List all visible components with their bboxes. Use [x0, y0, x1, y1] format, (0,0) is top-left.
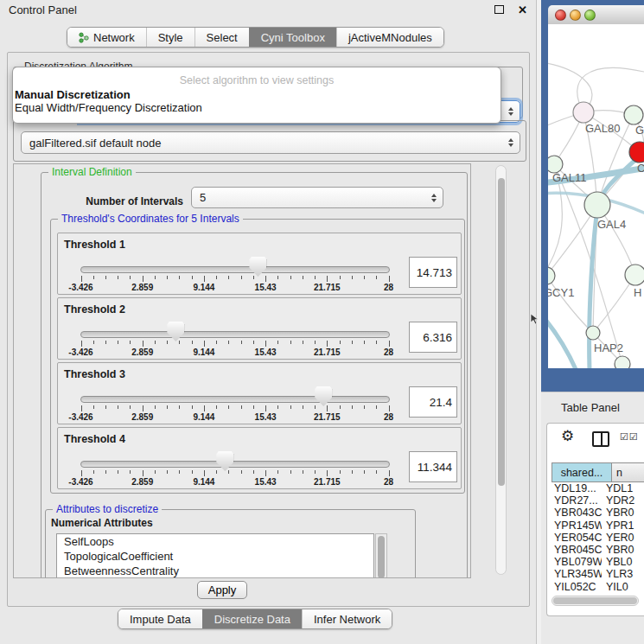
tab-select[interactable]: Select [194, 28, 249, 47]
slider-thumb[interactable] [216, 451, 233, 471]
list-item-selfloops[interactable]: SelfLoops [57, 534, 373, 549]
table-row[interactable]: YBL079WYBL0 [552, 556, 644, 568]
cell-name[interactable]: YIL0 [602, 581, 644, 593]
tab-jactivemnodules[interactable]: jActiveMNodules [336, 28, 443, 47]
column-header-name[interactable]: n [612, 462, 644, 482]
tab-impute-data[interactable]: Impute Data [118, 609, 202, 628]
slider-tick [241, 341, 242, 344]
network-canvas[interactable]: GAL80GACGAL11GAL4GCY1HHAP2 [548, 24, 644, 368]
node-top-right[interactable] [624, 105, 643, 124]
cell-name[interactable]: YPR1 [602, 520, 644, 532]
node-h[interactable] [625, 265, 644, 285]
tab-network[interactable]: Network [67, 28, 146, 47]
threshold-value-field[interactable]: 21.4 [409, 386, 457, 418]
algorithm-option-manual-discretization[interactable]: Manual Discretization [13, 88, 501, 101]
settings-gear-icon[interactable]: ⚙ [561, 427, 574, 445]
threshold-value-field[interactable]: 6.316 [409, 322, 457, 353]
slider-tick [389, 405, 390, 411]
table-horizontal-scrollbar[interactable] [552, 596, 639, 606]
cell-shared-name[interactable]: YER054C [552, 532, 602, 544]
cell-shared-name[interactable]: YBL079W [552, 556, 602, 568]
close-button[interactable] [555, 10, 566, 21]
slider-tick [216, 276, 217, 279]
network-window-titlebar[interactable] [548, 5, 644, 25]
slider-tick-label: 15.43 [246, 283, 284, 292]
cell-name[interactable]: YDL1 [602, 482, 644, 494]
node-hap2[interactable] [586, 326, 600, 340]
slider-tick [130, 341, 131, 344]
list-item-topologicalcoefficient[interactable]: TopologicalCoefficient [57, 549, 373, 564]
threshold-label: Threshold 4 [64, 433, 125, 445]
tab-label: Infer Network [314, 613, 380, 626]
node-pink[interactable] [573, 102, 594, 123]
column-header-shared-name[interactable]: shared... [552, 462, 612, 482]
zoom-button[interactable] [584, 10, 596, 21]
cell-shared-name[interactable]: YLR345W [552, 568, 602, 580]
list-item-betweennesscentrality[interactable]: BetweennessCentrality [57, 564, 373, 578]
number-of-intervals-select[interactable]: 5 [191, 187, 443, 208]
node-gal11[interactable] [548, 156, 563, 173]
float-window-icon[interactable] [494, 5, 504, 14]
cell-name[interactable]: YBR0 [602, 544, 644, 556]
cell-shared-name[interactable]: YIL052C [552, 581, 602, 593]
tab-style[interactable]: Style [146, 28, 194, 47]
minimize-button[interactable] [570, 10, 581, 21]
threshold-value-field[interactable]: 11.344 [409, 451, 457, 482]
slider-thumb[interactable] [249, 257, 266, 277]
slider-tick [130, 405, 131, 409]
cell-shared-name[interactable]: YBR045C [552, 544, 602, 556]
slider-tick [364, 470, 365, 474]
cell-shared-name[interactable]: YDR27... [552, 494, 602, 507]
algorithm-option-equal-width-frequency-discretization[interactable]: Equal Width/Frequency Discretization [13, 101, 501, 114]
combo-arrows-icon [508, 107, 513, 116]
slider-tick [228, 405, 229, 409]
slider-track[interactable] [80, 331, 390, 338]
attributes-list-scrollbar[interactable] [375, 533, 387, 578]
table-row[interactable]: YLR345WYLR3 [552, 568, 644, 580]
table-row[interactable]: YIL052CYIL0 [552, 581, 644, 593]
columns-icon[interactable] [592, 431, 609, 447]
tab-label: Discretize Data [214, 613, 290, 626]
number-of-intervals-label: Number of Intervals [66, 195, 183, 207]
close-icon[interactable]: ✕ [518, 4, 527, 16]
cell-name[interactable]: YBR0 [602, 507, 644, 519]
table-row[interactable]: YBR043CYBR0 [552, 507, 644, 519]
table-row[interactable]: YDR27...YDR2 [552, 494, 644, 507]
slider-tick-label: 15.43 [246, 348, 284, 357]
slider-thumb[interactable] [167, 322, 184, 341]
slider-track[interactable] [80, 461, 390, 468]
cell-shared-name[interactable]: YBR043C [552, 507, 602, 519]
cell-name[interactable]: YBL0 [602, 556, 644, 568]
cell-name[interactable]: YER0 [602, 532, 644, 544]
table-data-select[interactable]: galFiltered.sif default node [21, 131, 520, 154]
panel-scrollbar[interactable] [495, 165, 507, 575]
table-row[interactable]: YBR045CYBR0 [552, 544, 644, 556]
threshold-label: Threshold 2 [64, 303, 125, 316]
table-row[interactable]: YER054CYER0 [552, 532, 644, 544]
threshold-value-field[interactable]: 14.713 [409, 257, 457, 288]
slider-track[interactable] [80, 396, 390, 403]
node-top-right-label: GA [635, 124, 644, 137]
slider-tick [167, 405, 168, 409]
tab-discretize-data[interactable]: Discretize Data [202, 609, 302, 628]
slider-thumb[interactable] [315, 386, 332, 406]
cell-name[interactable]: YLR3 [602, 568, 644, 580]
select-columns-icon[interactable]: ☑☑ [620, 431, 639, 443]
cell-shared-name[interactable]: YDL19... [552, 482, 602, 494]
node-bottom[interactable] [615, 356, 630, 368]
cell-shared-name[interactable]: YPR145W [552, 520, 602, 532]
node-gcy1-label: GCY1 [548, 286, 574, 299]
table-row[interactable]: YPR145WYPR1 [552, 520, 644, 532]
slider-tick [340, 276, 341, 279]
algorithm-dropdown-popup: Select algorithm to view settings Manual… [12, 67, 501, 124]
apply-button[interactable]: Apply [197, 581, 247, 599]
slider-tick [303, 405, 303, 409]
tab-infer-network[interactable]: Infer Network [302, 609, 392, 628]
node-gal4[interactable] [584, 192, 610, 218]
table-row[interactable]: YDL19...YDL1 [552, 482, 644, 494]
slider-track[interactable] [80, 266, 390, 273]
tab-cyni-toolbox[interactable]: Cyni Toolbox [249, 28, 336, 47]
node-gcy1[interactable] [548, 267, 555, 284]
slider-tick [81, 470, 82, 476]
cell-name[interactable]: YDR2 [602, 494, 644, 507]
